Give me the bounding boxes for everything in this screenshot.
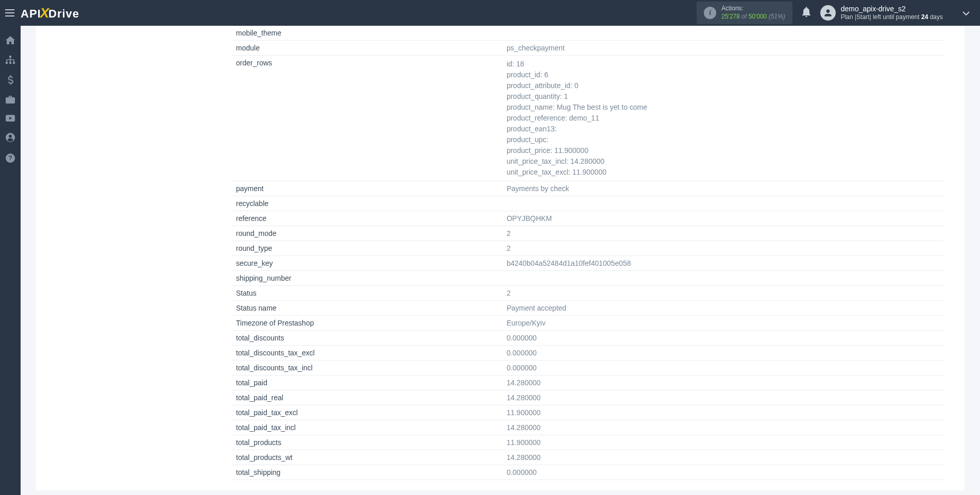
field-value: Europe/Kyiv	[502, 316, 944, 331]
field-key: total_paid_tax_excl	[232, 405, 502, 420]
table-row: total_paid_real14.280000	[232, 390, 944, 405]
field-key: total_products_wt	[232, 450, 502, 465]
svg-rect-3	[9, 56, 11, 58]
table-row: moduleps_checkpayment	[232, 41, 944, 56]
field-value: id: 18 product_id: 6 product_attribute_i…	[502, 56, 944, 181]
field-value: 0.000000	[502, 465, 944, 480]
menu-toggle-icon[interactable]	[5, 7, 14, 19]
field-value: 2	[502, 241, 944, 256]
plan-line: Plan |Start| left until payment 24 days	[841, 13, 943, 22]
field-value: ps_checkpayment	[502, 41, 944, 56]
table-row: round_mode2	[232, 226, 944, 241]
table-row: total_discounts_tax_excl0.000000	[232, 346, 944, 361]
field-value	[502, 26, 944, 41]
field-value: 2	[502, 226, 944, 241]
table-row: secure_keyb4240b04a52484d1a10fef401005e0…	[232, 256, 944, 271]
table-row: total_paid_tax_incl14.280000	[232, 420, 944, 435]
actions-used: 25'278	[721, 13, 740, 20]
table-row: recyclable	[232, 196, 944, 211]
table-row: round_type2	[232, 241, 944, 256]
logo[interactable]: API X Drive	[21, 5, 79, 21]
chevron-down-icon[interactable]	[962, 9, 970, 17]
data-table: mobile_thememoduleps_checkpaymentorder_r…	[232, 26, 944, 480]
field-key: secure_key	[232, 256, 502, 271]
nav-profile-icon[interactable]	[0, 133, 21, 142]
data-card: mobile_thememoduleps_checkpaymentorder_r…	[211, 26, 965, 490]
field-value: 11.900000	[502, 405, 944, 420]
nav-briefcase-icon[interactable]	[0, 96, 21, 104]
svg-rect-1	[5, 12, 14, 13]
table-row: mobile_theme	[232, 26, 944, 41]
field-value	[502, 271, 944, 286]
topbar-left: API X Drive	[0, 5, 79, 21]
field-value: 0.000000	[502, 331, 944, 346]
field-value: 11.900000	[502, 435, 944, 450]
table-row: total_products11.900000	[232, 435, 944, 450]
field-key: reference	[232, 211, 502, 226]
user-menu[interactable]: demo_apix-drive_s2 Plan |Start| left unt…	[820, 4, 943, 22]
table-row: order_rowsid: 18 product_id: 6 product_a…	[232, 56, 944, 181]
actions-pct: (51%)	[767, 13, 785, 20]
nav-connections-icon[interactable]	[0, 56, 21, 64]
svg-rect-0	[5, 9, 14, 10]
field-key: payment	[232, 181, 502, 196]
table-row: Timezone of PrestashopEurope/Kyiv	[232, 316, 944, 331]
main-content: mobile_thememoduleps_checkpaymentorder_r…	[21, 26, 980, 490]
field-value: Payments by check	[502, 181, 944, 196]
svg-point-9	[9, 135, 12, 138]
field-key: shipping_number	[232, 271, 502, 286]
field-key: Status name	[232, 301, 502, 316]
svg-rect-5	[9, 62, 11, 64]
top-bar: API X Drive i Actions: 25'278 of 50'000 …	[0, 0, 980, 26]
field-key: total_paid_real	[232, 390, 502, 405]
field-value: Payment accepted	[502, 301, 944, 316]
field-key: Status	[232, 286, 502, 301]
field-key: order_rows	[232, 56, 502, 181]
card-wrapper: mobile_thememoduleps_checkpaymentorder_r…	[36, 26, 965, 490]
table-row: shipping_number	[232, 271, 944, 286]
nav-home-icon[interactable]	[0, 36, 21, 44]
field-value: 14.280000	[502, 450, 944, 465]
actions-counter[interactable]: i Actions: 25'278 of 50'000 (51%)	[697, 2, 792, 24]
logo-text-drive: Drive	[48, 7, 79, 21]
table-row: total_paid_tax_excl11.900000	[232, 405, 944, 420]
field-key: total_discounts_tax_excl	[232, 346, 502, 361]
nav-help-icon[interactable]: ?	[0, 153, 21, 163]
field-key: total_paid	[232, 375, 502, 390]
table-row: Status namePayment accepted	[232, 301, 944, 316]
topbar-right: i Actions: 25'278 of 50'000 (51%) demo_a…	[697, 2, 980, 24]
field-key: round_type	[232, 241, 502, 256]
left-panel	[36, 26, 211, 490]
svg-rect-4	[6, 62, 8, 64]
info-icon: i	[704, 7, 716, 19]
field-value: OPYJBQHKM	[502, 211, 944, 226]
notifications-icon[interactable]	[802, 7, 811, 20]
actions-of: of	[740, 13, 749, 20]
field-key: recyclable	[232, 196, 502, 211]
field-key: mobile_theme	[232, 26, 502, 41]
actions-label: Actions:	[721, 5, 785, 13]
field-key: total_discounts_tax_incl	[232, 361, 502, 375]
table-row: total_shipping0.000000	[232, 465, 944, 480]
table-row: referenceOPYJBQHKM	[232, 211, 944, 226]
table-row: total_paid14.280000	[232, 375, 944, 390]
left-nav: ?	[0, 26, 21, 490]
table-row: paymentPayments by check	[232, 181, 944, 196]
field-value: b4240b04a52484d1a10fef401005e058	[502, 256, 944, 271]
field-value: 14.280000	[502, 390, 944, 405]
field-value: 2	[502, 286, 944, 301]
actions-total: 50'000	[749, 13, 767, 20]
field-key: total_discounts	[232, 331, 502, 346]
table-row: total_discounts0.000000	[232, 331, 944, 346]
svg-rect-6	[13, 62, 15, 64]
field-key: module	[232, 41, 502, 56]
field-value: 0.000000	[502, 346, 944, 361]
field-value: 14.280000	[502, 420, 944, 435]
nav-billing-icon[interactable]	[0, 75, 21, 84]
field-value	[502, 196, 944, 211]
table-row: total_discounts_tax_incl0.000000	[232, 361, 944, 375]
nav-video-icon[interactable]	[0, 115, 21, 122]
field-key: total_products	[232, 435, 502, 450]
table-row: total_products_wt14.280000	[232, 450, 944, 465]
field-key: total_shipping	[232, 465, 502, 480]
